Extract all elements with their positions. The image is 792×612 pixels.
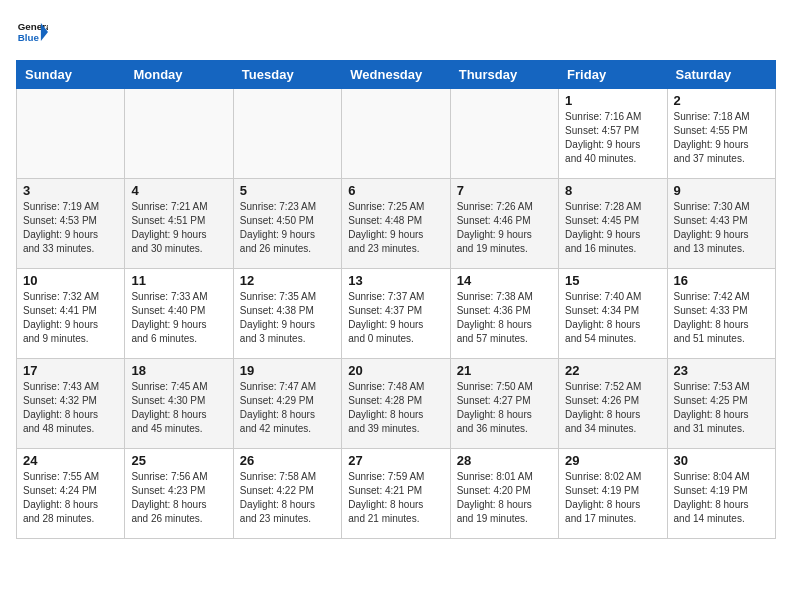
day-info: Sunrise: 7:43 AM Sunset: 4:32 PM Dayligh… xyxy=(23,380,118,436)
calendar-cell: 23Sunrise: 7:53 AM Sunset: 4:25 PM Dayli… xyxy=(667,359,775,449)
calendar-cell xyxy=(233,89,341,179)
day-info: Sunrise: 7:30 AM Sunset: 4:43 PM Dayligh… xyxy=(674,200,769,256)
calendar-cell: 25Sunrise: 7:56 AM Sunset: 4:23 PM Dayli… xyxy=(125,449,233,539)
calendar-cell: 13Sunrise: 7:37 AM Sunset: 4:37 PM Dayli… xyxy=(342,269,450,359)
day-number: 2 xyxy=(674,93,769,108)
day-info: Sunrise: 7:23 AM Sunset: 4:50 PM Dayligh… xyxy=(240,200,335,256)
weekday-header: Friday xyxy=(559,61,667,89)
calendar-cell: 29Sunrise: 8:02 AM Sunset: 4:19 PM Dayli… xyxy=(559,449,667,539)
day-number: 21 xyxy=(457,363,552,378)
day-number: 23 xyxy=(674,363,769,378)
day-number: 27 xyxy=(348,453,443,468)
calendar-cell xyxy=(450,89,558,179)
day-number: 4 xyxy=(131,183,226,198)
day-info: Sunrise: 7:55 AM Sunset: 4:24 PM Dayligh… xyxy=(23,470,118,526)
day-number: 15 xyxy=(565,273,660,288)
day-info: Sunrise: 7:26 AM Sunset: 4:46 PM Dayligh… xyxy=(457,200,552,256)
day-number: 26 xyxy=(240,453,335,468)
day-number: 28 xyxy=(457,453,552,468)
day-info: Sunrise: 7:59 AM Sunset: 4:21 PM Dayligh… xyxy=(348,470,443,526)
day-info: Sunrise: 7:35 AM Sunset: 4:38 PM Dayligh… xyxy=(240,290,335,346)
day-number: 25 xyxy=(131,453,226,468)
day-number: 10 xyxy=(23,273,118,288)
day-info: Sunrise: 7:58 AM Sunset: 4:22 PM Dayligh… xyxy=(240,470,335,526)
logo: General Blue xyxy=(16,16,48,48)
day-number: 11 xyxy=(131,273,226,288)
calendar-cell: 27Sunrise: 7:59 AM Sunset: 4:21 PM Dayli… xyxy=(342,449,450,539)
day-info: Sunrise: 8:01 AM Sunset: 4:20 PM Dayligh… xyxy=(457,470,552,526)
calendar-week-row: 17Sunrise: 7:43 AM Sunset: 4:32 PM Dayli… xyxy=(17,359,776,449)
day-info: Sunrise: 7:32 AM Sunset: 4:41 PM Dayligh… xyxy=(23,290,118,346)
calendar-cell: 1Sunrise: 7:16 AM Sunset: 4:57 PM Daylig… xyxy=(559,89,667,179)
calendar-cell: 22Sunrise: 7:52 AM Sunset: 4:26 PM Dayli… xyxy=(559,359,667,449)
day-info: Sunrise: 7:37 AM Sunset: 4:37 PM Dayligh… xyxy=(348,290,443,346)
calendar-cell: 24Sunrise: 7:55 AM Sunset: 4:24 PM Dayli… xyxy=(17,449,125,539)
day-number: 22 xyxy=(565,363,660,378)
calendar-cell: 12Sunrise: 7:35 AM Sunset: 4:38 PM Dayli… xyxy=(233,269,341,359)
calendar-cell: 9Sunrise: 7:30 AM Sunset: 4:43 PM Daylig… xyxy=(667,179,775,269)
calendar-cell: 16Sunrise: 7:42 AM Sunset: 4:33 PM Dayli… xyxy=(667,269,775,359)
day-info: Sunrise: 7:18 AM Sunset: 4:55 PM Dayligh… xyxy=(674,110,769,166)
calendar-cell: 3Sunrise: 7:19 AM Sunset: 4:53 PM Daylig… xyxy=(17,179,125,269)
calendar-cell xyxy=(342,89,450,179)
weekday-header: Thursday xyxy=(450,61,558,89)
calendar-cell: 28Sunrise: 8:01 AM Sunset: 4:20 PM Dayli… xyxy=(450,449,558,539)
weekday-header: Sunday xyxy=(17,61,125,89)
day-info: Sunrise: 7:25 AM Sunset: 4:48 PM Dayligh… xyxy=(348,200,443,256)
calendar-cell: 7Sunrise: 7:26 AM Sunset: 4:46 PM Daylig… xyxy=(450,179,558,269)
day-info: Sunrise: 7:16 AM Sunset: 4:57 PM Dayligh… xyxy=(565,110,660,166)
svg-text:Blue: Blue xyxy=(18,32,40,43)
day-info: Sunrise: 7:52 AM Sunset: 4:26 PM Dayligh… xyxy=(565,380,660,436)
day-number: 19 xyxy=(240,363,335,378)
day-number: 13 xyxy=(348,273,443,288)
calendar-cell: 26Sunrise: 7:58 AM Sunset: 4:22 PM Dayli… xyxy=(233,449,341,539)
weekday-header: Wednesday xyxy=(342,61,450,89)
weekday-header: Monday xyxy=(125,61,233,89)
logo-icon: General Blue xyxy=(16,16,48,48)
calendar-cell: 10Sunrise: 7:32 AM Sunset: 4:41 PM Dayli… xyxy=(17,269,125,359)
weekday-header: Tuesday xyxy=(233,61,341,89)
calendar-cell: 18Sunrise: 7:45 AM Sunset: 4:30 PM Dayli… xyxy=(125,359,233,449)
calendar-cell: 20Sunrise: 7:48 AM Sunset: 4:28 PM Dayli… xyxy=(342,359,450,449)
calendar-cell xyxy=(17,89,125,179)
day-number: 5 xyxy=(240,183,335,198)
day-number: 18 xyxy=(131,363,226,378)
day-number: 3 xyxy=(23,183,118,198)
calendar-cell: 2Sunrise: 7:18 AM Sunset: 4:55 PM Daylig… xyxy=(667,89,775,179)
day-number: 30 xyxy=(674,453,769,468)
day-info: Sunrise: 7:45 AM Sunset: 4:30 PM Dayligh… xyxy=(131,380,226,436)
day-info: Sunrise: 7:47 AM Sunset: 4:29 PM Dayligh… xyxy=(240,380,335,436)
calendar-cell: 8Sunrise: 7:28 AM Sunset: 4:45 PM Daylig… xyxy=(559,179,667,269)
day-number: 29 xyxy=(565,453,660,468)
calendar-week-row: 24Sunrise: 7:55 AM Sunset: 4:24 PM Dayli… xyxy=(17,449,776,539)
day-info: Sunrise: 7:28 AM Sunset: 4:45 PM Dayligh… xyxy=(565,200,660,256)
day-number: 12 xyxy=(240,273,335,288)
calendar-cell: 14Sunrise: 7:38 AM Sunset: 4:36 PM Dayli… xyxy=(450,269,558,359)
day-info: Sunrise: 7:40 AM Sunset: 4:34 PM Dayligh… xyxy=(565,290,660,346)
day-number: 1 xyxy=(565,93,660,108)
calendar-cell: 19Sunrise: 7:47 AM Sunset: 4:29 PM Dayli… xyxy=(233,359,341,449)
day-number: 7 xyxy=(457,183,552,198)
day-info: Sunrise: 7:38 AM Sunset: 4:36 PM Dayligh… xyxy=(457,290,552,346)
calendar-cell: 11Sunrise: 7:33 AM Sunset: 4:40 PM Dayli… xyxy=(125,269,233,359)
day-info: Sunrise: 7:42 AM Sunset: 4:33 PM Dayligh… xyxy=(674,290,769,346)
calendar-cell: 17Sunrise: 7:43 AM Sunset: 4:32 PM Dayli… xyxy=(17,359,125,449)
day-info: Sunrise: 8:04 AM Sunset: 4:19 PM Dayligh… xyxy=(674,470,769,526)
day-info: Sunrise: 7:19 AM Sunset: 4:53 PM Dayligh… xyxy=(23,200,118,256)
calendar-cell: 15Sunrise: 7:40 AM Sunset: 4:34 PM Dayli… xyxy=(559,269,667,359)
day-number: 6 xyxy=(348,183,443,198)
day-info: Sunrise: 7:21 AM Sunset: 4:51 PM Dayligh… xyxy=(131,200,226,256)
calendar-header-row: SundayMondayTuesdayWednesdayThursdayFrid… xyxy=(17,61,776,89)
day-number: 16 xyxy=(674,273,769,288)
calendar-table: SundayMondayTuesdayWednesdayThursdayFrid… xyxy=(16,60,776,539)
day-info: Sunrise: 7:33 AM Sunset: 4:40 PM Dayligh… xyxy=(131,290,226,346)
day-number: 9 xyxy=(674,183,769,198)
day-number: 20 xyxy=(348,363,443,378)
weekday-header: Saturday xyxy=(667,61,775,89)
calendar-cell xyxy=(125,89,233,179)
day-number: 17 xyxy=(23,363,118,378)
day-number: 8 xyxy=(565,183,660,198)
calendar-cell: 4Sunrise: 7:21 AM Sunset: 4:51 PM Daylig… xyxy=(125,179,233,269)
calendar-week-row: 10Sunrise: 7:32 AM Sunset: 4:41 PM Dayli… xyxy=(17,269,776,359)
calendar-week-row: 3Sunrise: 7:19 AM Sunset: 4:53 PM Daylig… xyxy=(17,179,776,269)
